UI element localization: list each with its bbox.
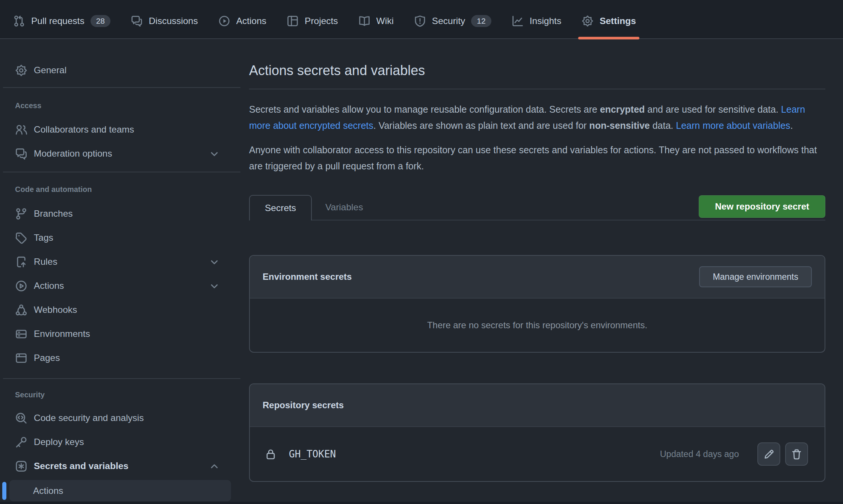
- learn-more-link[interactable]: Learn more about variables: [676, 120, 790, 131]
- sidebar-item-collaborators[interactable]: Collaborators and teams: [3, 118, 240, 142]
- intro-paragraph: Secrets and variables allow you to manag…: [249, 101, 825, 134]
- tab-label: Secrets: [265, 203, 296, 213]
- secret-updated-timestamp: Updated 4 days ago: [660, 449, 739, 459]
- repo-nav: Pull requests 28 Discussions Actions Pro…: [0, 0, 843, 39]
- sidebar-section-code-and-automation: Code and automation: [3, 184, 240, 195]
- sidebar-item-label: Code security and analysis: [34, 413, 144, 423]
- sidebar-item-label: Webhooks: [34, 305, 77, 315]
- nav-tab-insights[interactable]: Insights: [502, 7, 571, 35]
- pencil-icon: [763, 448, 775, 460]
- nav-tab-label: Insights: [530, 16, 561, 26]
- server-icon: [15, 328, 27, 340]
- sidebar-item-actions[interactable]: Actions: [3, 274, 240, 298]
- sidebar-item-secrets-and-variables[interactable]: Secrets and variables: [3, 454, 240, 478]
- nav-tab-label: Projects: [305, 16, 338, 26]
- sidebar-item-label: Rules: [34, 257, 57, 267]
- nav-tab-security[interactable]: Security 12: [404, 7, 502, 35]
- settings-content: Actions secrets and variables Secrets an…: [249, 39, 825, 482]
- sidebar-item-label: Pages: [34, 353, 60, 363]
- sidebar-item-branches[interactable]: Branches: [3, 202, 240, 226]
- emphasized-text: non-sensitive: [589, 120, 650, 131]
- play-icon: [218, 15, 230, 27]
- browser-icon: [15, 352, 27, 364]
- sidebar-item-environments[interactable]: Environments: [3, 322, 240, 346]
- sidebar-section-security: Security: [3, 389, 240, 400]
- sidebar-item-general[interactable]: General: [3, 58, 240, 82]
- settings-sidebar: General Access Collaborators and teams M…: [3, 39, 240, 501]
- body-text: and are used for sensitive data.: [645, 104, 781, 115]
- sidebar-item-deploy-keys[interactable]: Deploy keys: [3, 430, 240, 454]
- trash-icon: [791, 448, 802, 460]
- asterisk-box-icon: [15, 460, 27, 472]
- sidebar-item-label: Environments: [34, 329, 90, 339]
- nav-tab-label: Wiki: [376, 16, 394, 26]
- body-text: . Variables are shown as plain text and …: [373, 120, 589, 131]
- panel-title: Repository secrets: [263, 400, 344, 410]
- nav-tab-wiki[interactable]: Wiki: [348, 7, 404, 35]
- panel-title: Environment secrets: [263, 272, 352, 282]
- nav-tab-discussions[interactable]: Discussions: [121, 7, 208, 35]
- sidebar-item-tags[interactable]: Tags: [3, 226, 240, 250]
- nav-tab-projects[interactable]: Projects: [276, 7, 348, 35]
- delete-secret-button[interactable]: [785, 442, 808, 466]
- emphasized-text: encrypted: [600, 104, 645, 115]
- nav-tab-pull-requests[interactable]: Pull requests 28: [3, 7, 121, 35]
- new-repository-secret-button[interactable]: New repository secret: [699, 195, 825, 218]
- sidebar-item-rules[interactable]: Rules: [3, 250, 240, 274]
- code-scan-icon: [15, 412, 27, 424]
- sidebar-item-label: Secrets and variables: [34, 461, 128, 471]
- sidebar-item-label: General: [34, 65, 66, 75]
- repository-secrets-panel: Repository secrets GH_TOKEN Updated 4 da…: [249, 383, 825, 482]
- table-icon: [287, 15, 299, 27]
- environment-secrets-header: Environment secrets Manage environments: [250, 256, 825, 299]
- sidebar-item-code-security[interactable]: Code security and analysis: [3, 406, 240, 430]
- secrets-variables-tabbar: Secrets Variables New repository secret: [249, 195, 825, 220]
- play-icon: [15, 280, 27, 292]
- sidebar-item-label: Collaborators and teams: [34, 124, 134, 135]
- book-icon: [358, 15, 370, 27]
- sidebar-item-pages[interactable]: Pages: [3, 346, 240, 370]
- sidebar-item-moderation-options[interactable]: Moderation options: [3, 142, 240, 166]
- gear-icon: [15, 64, 27, 77]
- edit-secret-button[interactable]: [757, 442, 780, 466]
- nav-tab-label: Pull requests: [31, 16, 85, 26]
- sidebar-item-webhooks[interactable]: Webhooks: [3, 298, 240, 322]
- sidebar-item-label: Branches: [34, 208, 73, 219]
- body-text: Secrets and variables allow you to manag…: [249, 104, 600, 115]
- nav-tab-settings[interactable]: Settings: [571, 7, 646, 35]
- chevron-up-icon: [208, 460, 221, 472]
- comment-discussion-icon: [15, 148, 27, 160]
- graph-icon: [512, 15, 524, 27]
- page-title: Actions secrets and variables: [249, 62, 825, 79]
- sidebar-subitem-label: Actions: [33, 486, 63, 496]
- tab-variables[interactable]: Variables: [312, 195, 376, 220]
- nav-tab-label: Discussions: [149, 16, 198, 26]
- body-text: .: [790, 120, 793, 131]
- viewport-bottom-edge: [0, 502, 843, 504]
- secret-name: GH_TOKEN: [289, 448, 336, 460]
- manage-environments-button[interactable]: Manage environments: [699, 266, 812, 287]
- repository-secrets-header: Repository secrets: [250, 384, 825, 427]
- title-divider: [249, 89, 825, 89]
- environment-secrets-empty-message: There are no secrets for this repository…: [250, 299, 825, 352]
- chevron-down-icon: [208, 280, 221, 292]
- key-icon: [15, 436, 27, 448]
- gear-icon: [582, 15, 594, 27]
- sidebar-divider: [3, 87, 240, 88]
- comment-discussion-icon: [131, 15, 143, 27]
- rules-icon: [15, 256, 27, 268]
- lock-icon: [265, 448, 276, 460]
- tab-label: Variables: [325, 202, 363, 213]
- nav-tab-actions[interactable]: Actions: [208, 7, 276, 35]
- tab-secrets[interactable]: Secrets: [249, 195, 312, 220]
- sidebar-subitem-actions-selected[interactable]: Actions: [9, 480, 231, 501]
- environment-secrets-panel: Environment secrets Manage environments …: [249, 255, 825, 353]
- sidebar-divider: [3, 172, 240, 172]
- security-count-badge: 12: [471, 15, 491, 27]
- webhook-icon: [15, 304, 27, 316]
- sidebar-section-access: Access: [3, 100, 240, 111]
- chevron-down-icon: [208, 256, 221, 268]
- nav-tab-label: Security: [432, 16, 465, 26]
- sidebar-item-label: Moderation options: [34, 148, 112, 159]
- collaborator-paragraph: Anyone with collaborator access to this …: [249, 142, 825, 174]
